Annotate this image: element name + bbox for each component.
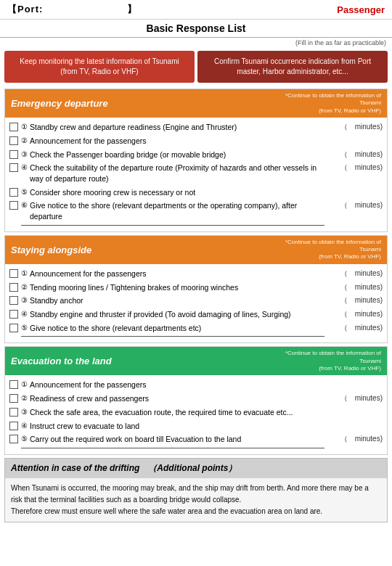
checkbox-sa-3[interactable]: [9, 296, 18, 305]
checkbox-sa-1[interactable]: [9, 269, 18, 278]
evacuation-body: ① Announcement for the passengers ② Read…: [5, 375, 387, 454]
evacuation-section: Evacuation to the land *Continue to obta…: [4, 346, 388, 455]
checkbox-3[interactable]: [9, 150, 18, 159]
list-item: ① Announcement for the passengers （ minu…: [9, 267, 383, 281]
checkbox-ev-1[interactable]: [9, 380, 18, 389]
checkbox-sa-4[interactable]: [9, 310, 18, 319]
evacuation-header: Evacuation to the land *Continue to obta…: [5, 347, 387, 375]
alert-row: Keep monitoring the latest information o…: [0, 48, 392, 86]
attention-header: Attention in case of the drifting （Addit…: [5, 459, 387, 478]
list-item: ③ Standby anchor （ minutes): [9, 294, 383, 308]
staying-alongside-title: Staying alongside: [11, 245, 91, 255]
checkbox-ev-2[interactable]: [9, 394, 18, 403]
list-item: ③ Check the Passenger boarding bridge (o…: [9, 148, 383, 162]
list-item: ④ Check the suitability of the departure…: [9, 161, 383, 185]
attention-section: Attention in case of the drifting （Addit…: [4, 458, 388, 522]
evacuation-title: Evacuation to the land: [11, 356, 112, 366]
list-item: ④ Instruct crew to evacuate to land: [9, 419, 383, 433]
emergency-departure-header: Emergency departure *Continue to obtain …: [5, 89, 387, 118]
attention-body: When Tsunami is occurred, the mooring ma…: [5, 478, 387, 522]
passenger-label: Passenger: [337, 4, 385, 15]
checkbox-ev-4[interactable]: [9, 422, 18, 430]
evacuation-note: *Continue to obtain the information of T…: [265, 350, 381, 372]
checkbox-sa-2[interactable]: [9, 283, 18, 292]
title-bar: Basic Response List: [0, 20, 392, 38]
emergency-departure-section: Emergency departure *Continue to obtain …: [4, 89, 388, 232]
blank-line-1: [9, 223, 383, 229]
list-item: ① Announcement for the passengers: [9, 378, 383, 392]
port-label: 【Port: 】: [7, 3, 137, 16]
checkbox-sa-5[interactable]: [9, 324, 18, 332]
staying-alongside-header: Staying alongside *Continue to obtain th…: [5, 236, 387, 264]
blank-line-2: [9, 335, 383, 340]
emergency-departure-note: *Continue to obtain the information of T…: [265, 92, 381, 115]
list-item: ⑤ Give notice to the shore (relevant dep…: [9, 321, 383, 335]
list-item: ② Tending mooring lines / Tightening bra…: [9, 281, 383, 295]
fill-note: (Fill in the as far as practicable): [0, 38, 392, 48]
alert-2: Confirm Tsunami occurrence indication fr…: [197, 51, 388, 83]
header-row: 【Port: 】 Passenger: [0, 0, 392, 20]
checkbox-6[interactable]: [9, 201, 18, 210]
list-item: ③ Check the safe area, the evacuation ro…: [9, 406, 383, 419]
list-item: ④ Standby engine and thruster if provide…: [9, 308, 383, 321]
emergency-departure-body: ① Standby crew and departure readiness (…: [5, 118, 387, 231]
staying-alongside-section: Staying alongside *Continue to obtain th…: [4, 235, 388, 344]
list-item: ① Standby crew and departure readiness (…: [9, 120, 383, 134]
checkbox-5[interactable]: [9, 188, 18, 197]
list-item: ② Readiness of crew and passengers （ min…: [9, 392, 383, 406]
alert-1: Keep monitoring the latest information o…: [4, 51, 195, 83]
checkbox-ev-5[interactable]: [9, 435, 18, 443]
blank-line-3: [9, 446, 383, 451]
list-item: ⑥ Give notice to the shore (relevant dep…: [9, 199, 383, 223]
checkbox-ev-3[interactable]: [9, 408, 18, 417]
emergency-departure-title: Emergency departure: [11, 98, 108, 109]
checkbox-2[interactable]: [9, 136, 18, 145]
list-item: ② Announcement for the passengers: [9, 134, 383, 148]
staying-alongside-note: *Continue to obtain the information of T…: [265, 239, 381, 261]
list-item: ⑤ Consider shore mooring crew is necessa…: [9, 186, 383, 200]
checkbox-1[interactable]: [9, 123, 18, 131]
list-item: ⑤ Carry out the required work on board t…: [9, 432, 383, 446]
checkbox-4[interactable]: [9, 163, 18, 172]
staying-alongside-body: ① Announcement for the passengers （ minu…: [5, 264, 387, 343]
